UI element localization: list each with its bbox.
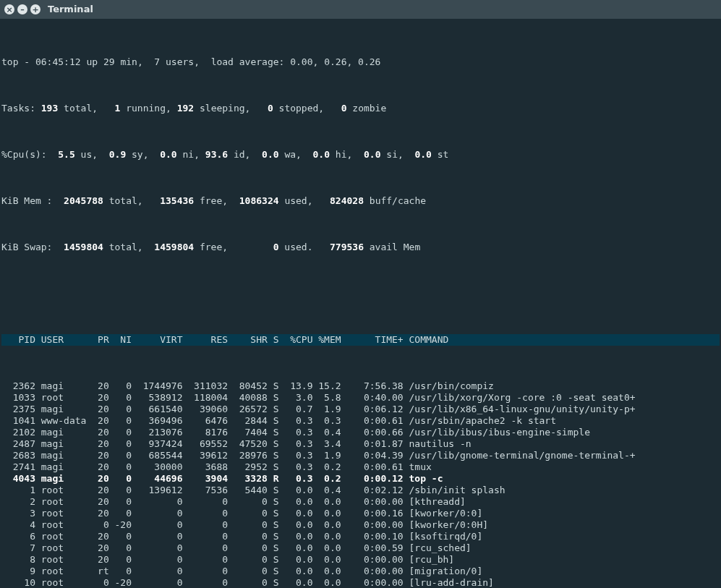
process-row: 10 root 0 -20 0 0 0 S 0.0 0.0 0:00.00 [l… (1, 577, 720, 588)
process-row: 2362 magi 20 0 1744976 311032 80452 S 13… (1, 380, 720, 392)
terminal-body[interactable]: top - 06:45:12 up 29 min, 7 users, load … (0, 19, 721, 588)
process-row: 4 root 0 -20 0 0 0 S 0.0 0.0 0:00.00 [kw… (1, 519, 720, 531)
process-header-row: PID USER PR NI VIRT RES SHR S %CPU %MEM … (1, 334, 720, 346)
process-row: 2 root 20 0 0 0 0 S 0.0 0.0 0:00.00 [kth… (1, 496, 720, 508)
summary-line-swap: KiB Swap: 1459804 total, 1459804 free, 0… (1, 242, 720, 253)
terminal-window: × – + Terminal top - 06:45:12 up 29 min,… (0, 0, 721, 588)
process-list: 2362 magi 20 0 1744976 311032 80452 S 13… (1, 380, 720, 588)
process-row: 2487 magi 20 0 937424 69552 47520 S 0.3 … (1, 438, 720, 450)
process-row: 7 root 20 0 0 0 0 S 0.0 0.0 0:00.59 [rcu… (1, 542, 720, 554)
summary-line-mem: KiB Mem : 2045788 total, 135436 free, 10… (1, 195, 720, 207)
process-row: 2102 magi 20 0 213076 8176 7404 S 0.3 0.… (1, 427, 720, 438)
summary-line-top: top - 06:45:12 up 29 min, 7 users, load … (1, 56, 720, 68)
process-row: 2683 magi 20 0 685544 39612 28976 S 0.3 … (1, 450, 720, 461)
maximize-icon[interactable]: + (30, 4, 40, 14)
process-row: 4043 magi 20 0 44696 3904 3328 R 0.3 0.2… (1, 473, 720, 485)
blank-line (1, 288, 720, 299)
window-title: Terminal (48, 4, 93, 15)
summary-line-tasks: Tasks: 193 total, 1 running, 192 sleepin… (1, 103, 720, 114)
process-row: 6 root 20 0 0 0 0 S 0.0 0.0 0:00.10 [kso… (1, 531, 720, 542)
process-row: 1 root 20 0 139612 7536 5440 S 0.0 0.4 0… (1, 485, 720, 496)
process-row: 8 root 20 0 0 0 0 S 0.0 0.0 0:00.00 [rcu… (1, 554, 720, 566)
minimize-icon[interactable]: – (17, 4, 27, 14)
process-row: 2741 magi 20 0 30000 3688 2952 S 0.3 0.2… (1, 461, 720, 473)
process-row: 2375 magi 20 0 661540 39060 26572 S 0.7 … (1, 404, 720, 415)
process-row: 9 root rt 0 0 0 0 S 0.0 0.0 0:00.00 [mig… (1, 566, 720, 577)
close-icon[interactable]: × (4, 4, 14, 14)
summary-line-cpu: %Cpu(s): 5.5 us, 0.9 sy, 0.0 ni, 93.6 id… (1, 149, 720, 161)
process-row: 1033 root 20 0 538912 118004 40088 S 3.0… (1, 392, 720, 404)
titlebar: × – + Terminal (0, 0, 721, 19)
process-row: 3 root 20 0 0 0 0 S 0.0 0.0 0:00.16 [kwo… (1, 508, 720, 519)
process-row: 1041 www-data 20 0 369496 6476 2844 S 0.… (1, 415, 720, 427)
